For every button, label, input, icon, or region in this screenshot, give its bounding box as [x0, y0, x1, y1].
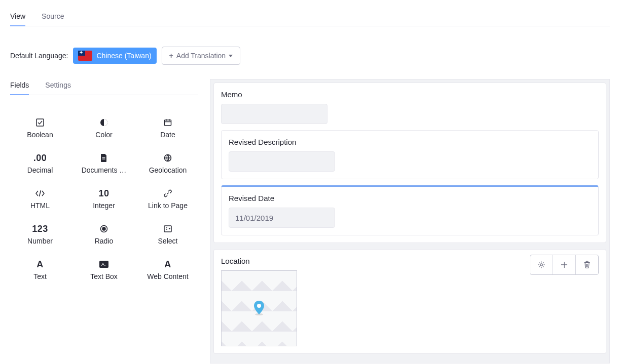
main-tabs: View Source: [10, 10, 610, 26]
field-delete-button[interactable]: [575, 255, 599, 275]
field-card-revised-description[interactable]: Revised Description: [221, 130, 599, 179]
add-translation-button[interactable]: + Add Translation: [162, 47, 240, 65]
default-language-label: Default Language:: [10, 52, 68, 60]
trash-icon: [583, 261, 591, 269]
field-type-integer[interactable]: 10 Integer: [74, 186, 134, 212]
map-pin-icon: [253, 301, 265, 316]
field-type-select[interactable]: Select: [138, 222, 198, 247]
svg-rect-8: [164, 226, 171, 232]
tab-source[interactable]: Source: [42, 10, 64, 26]
svg-text:A.: A.: [101, 262, 106, 267]
geolocation-icon: [164, 153, 172, 163]
default-language-name: Chinese (Taiwan): [96, 52, 151, 60]
webcontent-icon: A: [164, 259, 171, 269]
boolean-icon: [36, 117, 44, 128]
textbox-icon: A.: [99, 259, 108, 269]
field-type-webcontent[interactable]: A Web Content: [138, 257, 198, 282]
language-row: Default Language: Chinese (Taiwan) + Add…: [10, 47, 610, 65]
memo-input[interactable]: [221, 104, 327, 124]
integer-icon: 10: [98, 188, 109, 198]
revised-description-input[interactable]: [229, 151, 335, 172]
field-card-memo[interactable]: Memo Revised Description Revised Date: [213, 83, 606, 243]
field-type-text[interactable]: A Text: [10, 257, 70, 282]
date-icon: [164, 117, 172, 128]
field-type-link[interactable]: Link to Page: [138, 186, 198, 212]
field-add-button[interactable]: [553, 255, 576, 275]
radio-icon: [100, 224, 108, 234]
field-type-geolocation[interactable]: Geolocation: [138, 151, 198, 176]
field-type-grid: Boolean Color Date .00 Decimal: [10, 115, 198, 282]
add-translation-label: Add Translation: [176, 52, 226, 60]
field-type-textbox[interactable]: A. Text Box: [74, 257, 134, 282]
revised-date-input[interactable]: [229, 208, 335, 228]
field-toolbar: [530, 255, 599, 275]
select-icon: [164, 224, 172, 234]
field-type-number[interactable]: 123 Number: [10, 222, 70, 247]
tab-settings[interactable]: Settings: [45, 79, 71, 95]
svg-point-13: [257, 304, 261, 308]
svg-rect-4: [102, 159, 105, 159]
sidebar-tabs: Fields Settings: [10, 79, 198, 95]
field-label-revised-date: Revised Date: [229, 194, 591, 203]
svg-rect-2: [165, 120, 171, 126]
field-card-location[interactable]: Location: [213, 249, 606, 354]
field-card-revised-date[interactable]: Revised Date: [221, 185, 599, 235]
field-type-date[interactable]: Date: [138, 115, 198, 141]
gear-icon: [537, 261, 545, 269]
field-label-revised-description: Revised Description: [229, 138, 591, 146]
text-icon: A: [37, 259, 44, 269]
link-icon: [164, 188, 172, 198]
number-icon: 123: [32, 224, 48, 234]
field-label-memo: Memo: [221, 90, 599, 99]
field-settings-button[interactable]: [530, 255, 553, 275]
default-language-selector[interactable]: Chinese (Taiwan): [73, 48, 156, 64]
svg-point-11: [540, 264, 542, 266]
form-canvas: Memo Revised Description Revised Date: [210, 79, 610, 363]
field-type-decimal[interactable]: .00 Decimal: [10, 151, 70, 176]
flag-taiwan-icon: [78, 51, 92, 61]
location-map-preview: [221, 270, 297, 346]
field-type-boolean[interactable]: Boolean: [10, 115, 70, 141]
field-type-documents[interactable]: Documents …: [74, 151, 134, 176]
html-icon: [35, 188, 45, 198]
color-icon: [100, 117, 108, 128]
svg-point-7: [102, 227, 105, 230]
field-type-color[interactable]: Color: [74, 115, 134, 141]
documents-icon: [100, 153, 107, 163]
caret-down-icon: [229, 55, 233, 57]
svg-rect-0: [37, 119, 44, 126]
field-type-html[interactable]: HTML: [10, 186, 70, 212]
tab-fields[interactable]: Fields: [10, 79, 29, 95]
field-type-radio[interactable]: Radio: [74, 222, 134, 247]
svg-rect-3: [102, 157, 105, 158]
plus-icon: [560, 261, 568, 269]
tab-view[interactable]: View: [10, 10, 25, 26]
plus-icon: +: [169, 52, 173, 60]
decimal-icon: .00: [33, 153, 47, 163]
